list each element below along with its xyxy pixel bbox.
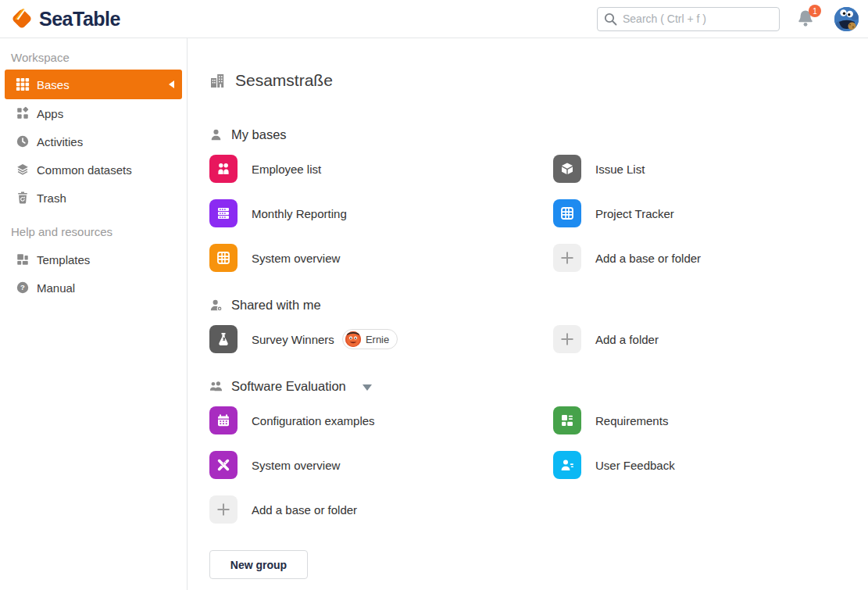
search-input[interactable] [597, 7, 780, 31]
sidebar-item-manual[interactable]: ? Manual [5, 274, 182, 302]
base-label: Add a base or folder [595, 252, 701, 265]
header-actions: 1 [597, 7, 868, 31]
table-base-icon [553, 199, 581, 227]
sidebar-item-label: Manual [37, 281, 75, 295]
group-title: Shared with me [231, 298, 321, 313]
group-title: Software Evaluation [231, 379, 346, 394]
plus-icon [553, 244, 581, 272]
templates-icon [16, 252, 30, 266]
ernie-avatar [345, 331, 361, 347]
user-lines-base-icon [553, 451, 581, 479]
base-item-configuration-examples[interactable]: Configuration examples [209, 406, 553, 434]
base-label: Requirements [595, 414, 668, 427]
notifications-button[interactable]: 1 [797, 9, 816, 29]
base-item-survey-winners[interactable]: Survey Winners Ernie [209, 325, 553, 353]
clock-icon [16, 134, 30, 148]
base-item-user-feedback[interactable]: User Feedback [553, 451, 868, 479]
cube-base-icon [553, 155, 581, 183]
collapse-group-icon[interactable] [363, 384, 372, 391]
base-label: Add a base or folder [252, 503, 357, 517]
base-label: Survey Winners [252, 333, 334, 346]
ruler-pencil-base-icon [209, 451, 238, 479]
sidebar-item-templates[interactable]: Templates [5, 245, 182, 274]
apps-icon [16, 106, 30, 120]
notification-badge: 1 [809, 5, 821, 17]
trash-icon [16, 191, 30, 205]
add-base-or-folder-button[interactable]: Add a base or folder [209, 495, 553, 524]
layers-icon [16, 163, 30, 177]
workspace-title: Sesamstraße [235, 71, 333, 90]
sidebar-item-label: Apps [37, 107, 63, 120]
sidebar-item-label: Bases [37, 78, 70, 91]
base-item-requirements[interactable]: Requirements [553, 406, 868, 434]
table-base-icon [209, 244, 238, 272]
base-label: System overview [252, 459, 340, 472]
sidebar-item-label: Activities [37, 135, 83, 148]
group-header-shared-with-me: Shared with me [209, 296, 868, 313]
sidebar-section-help: Help and resources [5, 223, 182, 241]
sidebar-item-activities[interactable]: Activities [5, 127, 182, 156]
base-label: Monthly Reporting [252, 207, 347, 220]
cookie-monster-avatar-image [834, 7, 859, 31]
add-base-or-folder-button[interactable]: Add a base or folder [553, 244, 868, 272]
calendar-base-icon [209, 406, 238, 434]
people-base-icon [209, 155, 238, 183]
seatable-logo-icon [11, 7, 33, 30]
question-icon: ? [16, 281, 30, 295]
bases-grid-icon [16, 77, 30, 91]
base-label: Add a folder [595, 333, 659, 346]
my-bases-grid: Employee list Issue List [209, 155, 868, 272]
base-label: Project Tracker [595, 207, 674, 220]
base-label: Employee list [252, 163, 321, 176]
organization-icon [209, 73, 225, 89]
shared-with-me-grid: Survey Winners Ernie [209, 325, 868, 353]
software-evaluation-grid: Configuration examples Requirements [209, 406, 868, 524]
base-label: Issue List [595, 163, 645, 176]
sidebar-item-common-datasets[interactable]: Common datasets [5, 156, 182, 184]
sidebar-item-bases[interactable]: Bases [5, 70, 182, 99]
base-label: User Feedback [595, 459, 675, 472]
user-shared-icon [209, 299, 223, 312]
group-title: My bases [231, 127, 287, 142]
base-item-system-overview[interactable]: System overview [209, 244, 553, 272]
group-header-software-evaluation: Software Evaluation [209, 377, 868, 395]
sidebar-section-workspace: Workspace [5, 49, 182, 66]
main-content: Sesamstraße My bases Employee list [188, 38, 868, 590]
base-label: Configuration examples [252, 414, 375, 427]
sidebar-item-label: Templates [37, 253, 90, 266]
base-item-project-tracker[interactable]: Project Tracker [553, 199, 868, 227]
top-header: SeaTable 1 [0, 0, 868, 38]
base-item-system-overview-se[interactable]: System overview [209, 451, 553, 479]
svg-text:?: ? [20, 283, 25, 291]
plus-icon [553, 325, 581, 353]
base-item-employee-list[interactable]: Employee list [209, 155, 553, 183]
sidebar-item-trash[interactable]: Trash [5, 184, 182, 212]
base-item-issue-list[interactable]: Issue List [553, 155, 868, 183]
new-group-button[interactable]: New group [209, 550, 308, 579]
plus-icon [209, 495, 238, 524]
user-avatar[interactable] [834, 7, 859, 31]
rows-base-icon [209, 199, 238, 227]
collapse-sidebar-icon[interactable] [169, 80, 174, 88]
base-label: System overview [252, 252, 340, 265]
search-icon [604, 13, 617, 26]
base-item-monthly-reporting[interactable]: Monthly Reporting [209, 199, 553, 227]
flask-base-icon [209, 325, 238, 353]
user-icon [209, 128, 223, 141]
sidebar-item-label: Common datasets [37, 163, 132, 177]
search-box[interactable] [597, 7, 780, 31]
sidebar-item-label: Trash [37, 191, 66, 205]
seatable-logo[interactable]: SeaTable [0, 7, 120, 30]
sidebar-item-apps[interactable]: Apps [5, 99, 182, 127]
app-list-base-icon [553, 406, 581, 434]
group-header-my-bases: My bases [209, 126, 868, 143]
sidebar: Workspace Bases [0, 38, 188, 590]
shared-by-name: Ernie [366, 334, 389, 345]
workspace-title-row: Sesamstraße [209, 71, 868, 90]
users-icon [209, 380, 223, 393]
shared-by-badge: Ernie [342, 329, 398, 349]
add-folder-button[interactable]: Add a folder [553, 325, 868, 353]
seatable-logo-text: SeaTable [39, 8, 120, 30]
